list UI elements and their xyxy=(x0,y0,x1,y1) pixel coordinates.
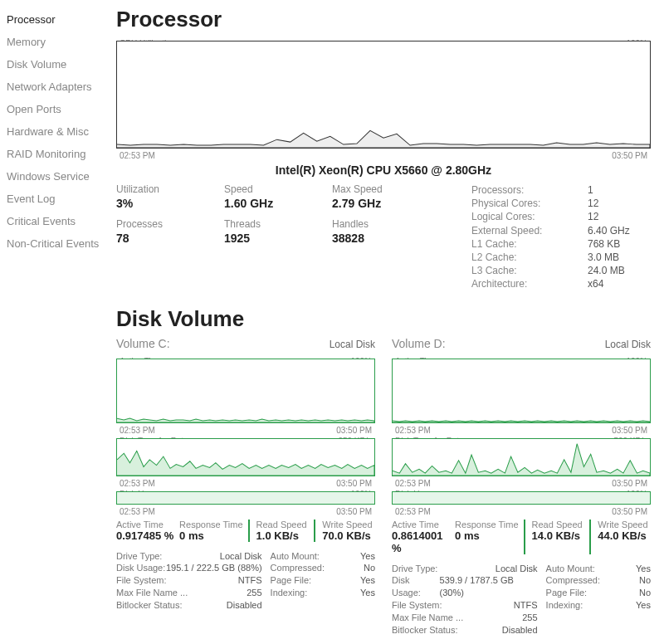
volume-c-read-speed: Read Speed 1.0 KB/s xyxy=(248,520,310,542)
stat-handles: Handles 38828 xyxy=(332,218,440,245)
volume-d-response-time: Response Time 0 ms xyxy=(455,520,518,554)
cpu-chart-time-end: 03:50 PM xyxy=(612,151,647,160)
cpu-utilization-chart: CPU Utilization 100% 02:53 PM 03:50 PM xyxy=(116,41,651,149)
sidebar-item-open-ports[interactable]: Open Ports xyxy=(7,98,116,120)
volume-c-details: Drive Type:Local Disk Disk Usage:195.1 /… xyxy=(116,550,375,612)
volume-d-active-time-chart: Active Time 100% 02:53 PM 03:50 PM xyxy=(392,359,651,423)
volume-d-read-speed: Read Speed 14.0 KB/s xyxy=(524,520,585,554)
sidebar: Processor Memory Disk Volume Network Ada… xyxy=(0,0,116,644)
sidebar-item-hardware-misc[interactable]: Hardware & Misc xyxy=(7,120,116,143)
sidebar-item-critical-events[interactable]: Critical Events xyxy=(7,210,116,232)
volume-c-type: Local Disk xyxy=(330,339,375,350)
volume-d-write-speed: Write Speed 44.0 KB/s xyxy=(589,520,651,554)
volume-c-name: Volume C: xyxy=(116,337,170,350)
stat-utilization: Utilization 3% xyxy=(116,183,224,210)
cpu-info-table: Processors:1 Physical Cores:12 Logical C… xyxy=(471,183,651,291)
sidebar-item-windows-service[interactable]: Windows Service xyxy=(7,165,116,188)
volume-c-transfer-chart: Disk Transfer Rate 250 KB/s 02:53 PM 03:… xyxy=(116,438,375,476)
main-content: Processor CPU Utilization 100% 02:53 PM … xyxy=(116,0,664,644)
volume-c-active-time-chart: Active Time 100% 02:53 PM 03:50 PM xyxy=(116,359,375,423)
volume-d-type: Local Disk xyxy=(605,339,651,350)
cpu-name: Intel(R) Xeon(R) CPU X5660 @ 2.80GHz xyxy=(116,163,651,177)
section-title-disk-volume: Disk Volume xyxy=(116,306,651,332)
volume-d-name: Volume D: xyxy=(392,337,446,350)
volume-c-response-time: Response Time 0 ms xyxy=(179,520,242,542)
volume-d-transfer-chart: Disk Transfer Rate 500 KB/s 02:53 PM 03:… xyxy=(392,438,651,476)
stat-threads: Threads 1925 xyxy=(224,218,332,245)
cpu-chart-time-start: 02:53 PM xyxy=(120,151,155,160)
sidebar-item-processor[interactable]: Processor xyxy=(7,8,116,31)
volume-d: Volume D: Local Disk Active Time 100% 02… xyxy=(392,337,651,637)
sidebar-item-event-log[interactable]: Event Log xyxy=(7,188,116,210)
sidebar-item-disk-volume[interactable]: Disk Volume xyxy=(7,53,116,76)
volume-d-usage-chart: Disk Usage 100% 02:53 PM 03:50 PM xyxy=(392,491,651,505)
volume-d-details: Drive Type:Local Disk Disk Usage:539.9 /… xyxy=(392,563,651,637)
sidebar-item-memory[interactable]: Memory xyxy=(7,31,116,53)
volume-c-active-time: Active Time 0.917485 % xyxy=(116,520,174,542)
sidebar-item-network-adapters[interactable]: Network Adapters xyxy=(7,76,116,98)
sidebar-item-raid-monitoring[interactable]: RAID Monitoring xyxy=(7,143,116,165)
section-title-processor: Processor xyxy=(116,7,651,32)
volume-c-write-speed: Write Speed 70.0 KB/s xyxy=(314,520,375,542)
stat-speed: Speed 1.60 GHz xyxy=(224,183,332,210)
volume-c: Volume C: Local Disk Active Time 100% 02… xyxy=(116,337,375,637)
volume-c-usage-chart: Disk Usage 100% 02:53 PM 03:50 PM xyxy=(116,491,375,505)
stat-max-speed: Max Speed 2.79 GHz xyxy=(332,183,440,210)
stat-processes: Processes 78 xyxy=(116,218,224,245)
volume-d-active-time: Active Time 0.8614001 % xyxy=(392,520,450,554)
sidebar-item-non-critical-events[interactable]: Non-Critical Events xyxy=(7,232,116,255)
